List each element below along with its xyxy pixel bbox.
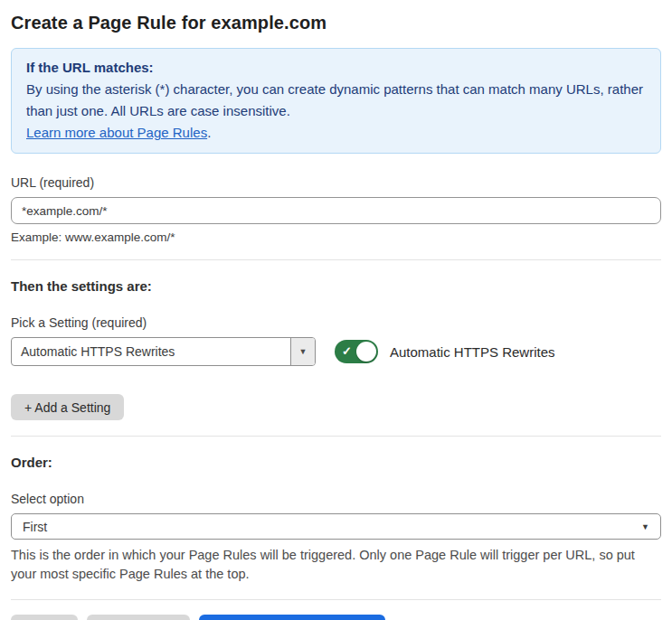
setting-row: Automatic HTTPS Rewrites ▼ ✓ Automatic H… (11, 337, 661, 366)
divider (11, 259, 661, 260)
setting-select-arrow-button[interactable]: ▼ (290, 338, 315, 365)
save-as-draft-button[interactable]: Save as Draft (87, 615, 191, 620)
url-matches-callout: If the URL matches: By using the asteris… (11, 48, 661, 154)
setting-select[interactable]: Automatic HTTPS Rewrites ▼ (11, 337, 316, 366)
save-and-deploy-button[interactable]: Save and Deploy Page Rule (199, 615, 385, 620)
toggle-check-icon: ✓ (342, 344, 352, 359)
create-page-rule-panel: Create a Page Rule for example.com If th… (0, 0, 672, 620)
url-helper-text: Example: www.example.com/* (11, 230, 661, 244)
callout-link-suffix: . (207, 125, 211, 140)
divider (11, 599, 661, 600)
chevron-down-icon: ▼ (641, 522, 649, 531)
order-select-value: First (23, 520, 47, 534)
divider (11, 436, 661, 437)
callout-body: By using the asterisk (*) character, you… (26, 79, 646, 122)
pick-setting-label: Pick a Setting (required) (11, 315, 661, 330)
footer-actions: Cancel Save as Draft Save and Deploy Pag… (11, 615, 661, 620)
toggle-knob (356, 342, 376, 362)
setting-select-value: Automatic HTTPS Rewrites (12, 338, 290, 365)
order-section-heading: Order: (11, 455, 661, 470)
settings-section-heading: Then the settings are: (11, 278, 661, 294)
setting-toggle-label: Automatic HTTPS Rewrites (390, 344, 555, 360)
setting-toggle[interactable]: ✓ (335, 340, 378, 363)
callout-link-line: Learn more about Page Rules. (26, 122, 646, 144)
learn-more-link[interactable]: Learn more about Page Rules (26, 125, 207, 140)
cancel-button[interactable]: Cancel (11, 615, 78, 620)
page-title: Create a Page Rule for example.com (11, 13, 661, 33)
url-input[interactable] (11, 197, 661, 224)
order-select-label: Select option (11, 492, 661, 506)
order-helper-text: This is the order in which your Page Rul… (11, 546, 661, 584)
url-field-label: URL (required) (11, 175, 661, 190)
order-select[interactable]: First ▼ (11, 513, 661, 540)
chevron-down-icon: ▼ (299, 347, 308, 356)
callout-heading: If the URL matches: (26, 57, 646, 79)
add-setting-button[interactable]: + Add a Setting (11, 394, 124, 420)
